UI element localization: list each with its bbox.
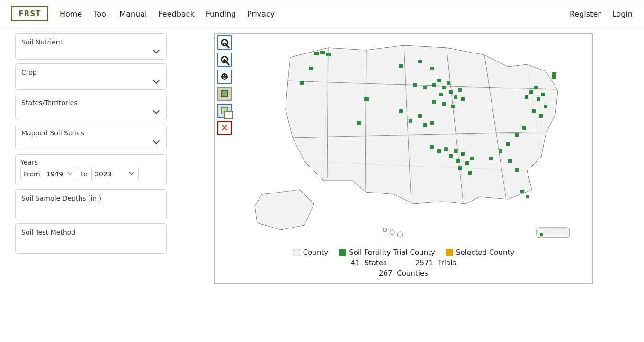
svg-rect-9 — [300, 81, 304, 85]
swatch-trial-icon — [339, 249, 346, 256]
nav-feedback[interactable]: Feedback — [158, 9, 194, 18]
nav-home[interactable]: Home — [60, 9, 82, 18]
filter-label: States/Territories — [21, 99, 161, 106]
year-from-select[interactable]: From 1949 — [20, 167, 77, 181]
svg-rect-37 — [449, 154, 453, 158]
nav-register[interactable]: Register — [570, 9, 601, 18]
filters-sidebar: Soil Nutrient Crop States/Territories Ma… — [15, 33, 167, 254]
nav-privacy[interactable]: Privacy — [247, 9, 275, 18]
svg-rect-26 — [461, 97, 465, 101]
svg-rect-31 — [418, 114, 422, 118]
stats-row: 41 States 2571 Trials — [351, 259, 456, 267]
svg-rect-60 — [552, 72, 556, 79]
chevron-down-icon[interactable] — [153, 108, 160, 115]
svg-rect-54 — [534, 86, 538, 89]
legend-county: County — [293, 248, 328, 257]
legend-selected-county: Selected County — [446, 248, 514, 257]
nav-funding[interactable]: Funding — [206, 9, 236, 18]
stats-trials-count: 2571 — [415, 259, 433, 267]
stats-trials: 2571 Trials — [415, 259, 456, 267]
svg-rect-38 — [454, 149, 457, 153]
stats-states-count: 41 — [351, 259, 360, 267]
chevron-down-icon[interactable] — [153, 48, 160, 54]
svg-rect-39 — [456, 159, 460, 163]
svg-rect-22 — [432, 100, 436, 104]
svg-rect-51 — [515, 168, 519, 172]
svg-rect-24 — [451, 105, 455, 108]
chevron-down-icon — [68, 172, 73, 176]
svg-rect-34 — [430, 145, 434, 149]
stats-trials-label: Trials — [438, 259, 456, 267]
filter-label: Mapped Soil Series — [21, 129, 161, 137]
target-icon — [221, 73, 228, 80]
svg-rect-56 — [541, 93, 545, 96]
filter-states[interactable]: States/Territories — [15, 94, 167, 120]
svg-rect-44 — [468, 171, 472, 175]
filter-label: Crop — [21, 69, 161, 76]
stats-states-label: States — [364, 259, 387, 267]
chevron-down-icon[interactable] — [153, 139, 160, 145]
year-from-value: 1949 — [46, 170, 63, 178]
svg-rect-52 — [525, 95, 528, 99]
svg-rect-10 — [399, 64, 403, 68]
svg-rect-20 — [449, 90, 453, 94]
logo-text: FRST — [19, 9, 41, 18]
map-toolbar: ✕ — [217, 35, 232, 135]
nav-tool[interactable]: Tool — [93, 9, 108, 18]
svg-rect-55 — [537, 97, 540, 101]
year-to-select[interactable]: 2023 — [91, 167, 139, 181]
svg-point-2 — [397, 232, 403, 237]
nav-links: Home Tool Manual Feedback Funding Privac… — [60, 9, 275, 18]
svg-rect-48 — [515, 133, 519, 137]
toggle-layers-button[interactable] — [217, 104, 232, 118]
svg-rect-41 — [458, 166, 462, 170]
legend-trial-label: Soil Fertility Trial County — [349, 248, 435, 257]
svg-rect-43 — [470, 157, 474, 160]
x-icon: ✕ — [221, 123, 229, 132]
svg-rect-6 — [320, 51, 325, 54]
filter-sample-depths[interactable]: Soil Sample Depths (in.) — [15, 189, 167, 219]
zoom-in-icon — [221, 56, 228, 63]
svg-rect-16 — [437, 79, 441, 82]
svg-rect-3 — [537, 228, 570, 238]
svg-point-1 — [390, 230, 394, 235]
filter-test-method[interactable]: Soil Test Method — [15, 223, 167, 254]
swatch-selected-icon — [446, 249, 453, 256]
logo[interactable]: FRST — [11, 6, 48, 21]
svg-rect-4 — [540, 233, 543, 236]
year-to-value: 2023 — [95, 170, 112, 178]
svg-rect-46 — [499, 149, 502, 153]
swatch-county-icon — [293, 249, 300, 256]
map-panel[interactable]: ✕ — [214, 33, 593, 284]
top-nav: FRST Home Tool Manual Feedback Funding P… — [0, 0, 644, 27]
filter-soil-nutrient[interactable]: Soil Nutrient — [15, 33, 167, 60]
svg-rect-12 — [430, 67, 434, 70]
svg-rect-17 — [442, 86, 446, 89]
nav-manual[interactable]: Manual — [119, 9, 147, 18]
svg-rect-15 — [432, 83, 436, 87]
svg-rect-21 — [454, 95, 457, 99]
recenter-button[interactable] — [217, 70, 232, 84]
svg-rect-25 — [458, 88, 462, 92]
svg-rect-8 — [309, 67, 313, 70]
svg-rect-13 — [413, 83, 417, 87]
svg-rect-28 — [357, 121, 361, 125]
svg-rect-35 — [437, 149, 441, 153]
map-section: ✕ — [214, 33, 593, 284]
svg-rect-30 — [409, 119, 412, 123]
stats-counties-count: 267 — [379, 269, 393, 278]
filter-mapped-soil-series[interactable]: Mapped Soil Series — [15, 124, 167, 150]
nav-login[interactable]: Login — [612, 9, 633, 18]
clear-selection-button[interactable]: ✕ — [217, 121, 232, 135]
chevron-down-icon[interactable] — [153, 78, 160, 85]
us-county-map[interactable] — [243, 38, 584, 242]
filter-label: Soil Nutrient — [21, 38, 161, 46]
zoom-in-button[interactable] — [217, 53, 232, 67]
stats-counties: 267 Counties — [379, 269, 428, 278]
svg-rect-29 — [399, 109, 403, 113]
highlight-layer-button[interactable] — [217, 87, 232, 101]
svg-rect-62 — [526, 195, 529, 198]
filter-crop[interactable]: Crop — [15, 63, 167, 90]
zoom-out-button[interactable] — [217, 35, 232, 50]
svg-rect-50 — [508, 159, 512, 163]
